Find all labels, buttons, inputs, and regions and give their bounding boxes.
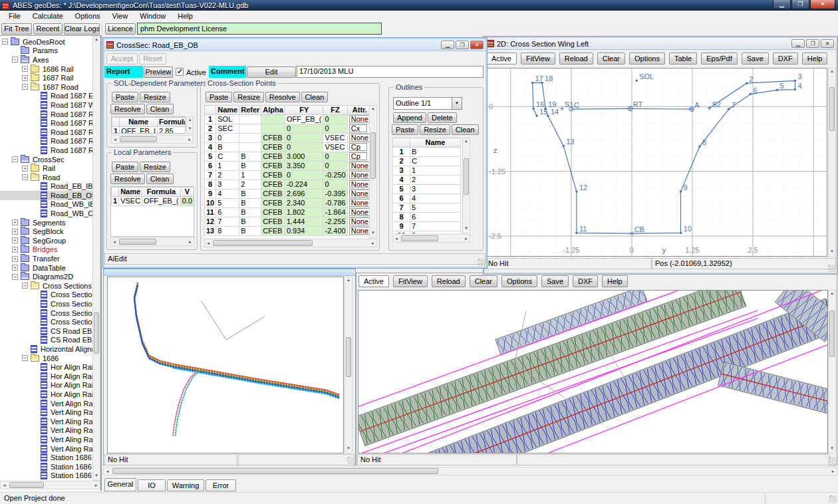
- tree-item-road-wb-ob[interactable]: Road_WB_OB: [0, 209, 92, 218]
- column-header[interactable]: Name: [410, 138, 461, 148]
- column-header[interactable]: Name: [120, 118, 158, 127]
- tree-item-transfer[interactable]: +Transfer: [0, 254, 92, 263]
- tree-expander[interactable]: +: [12, 229, 18, 235]
- clear-button[interactable]: Clear: [597, 53, 625, 64]
- column-header[interactable]: Name: [119, 188, 142, 197]
- crosssec-close-button[interactable]: ✕: [470, 41, 484, 49]
- tree-item-road-wb-ib[interactable]: Road_WB_IB: [0, 200, 92, 209]
- paste-button[interactable]: Paste: [112, 92, 138, 102]
- tree-item-hor-align-rail-16[interactable]: Hor Align Rail 16: [0, 362, 92, 372]
- tree-expander[interactable]: −: [12, 156, 18, 162]
- column-header[interactable]: FY: [285, 106, 323, 115]
- tree-item-road-1687-rd-a[interactable]: Road 1687 RD A: [0, 137, 92, 146]
- main-resize-grip[interactable]: [829, 495, 837, 503]
- active-button[interactable]: Active: [358, 275, 389, 287]
- resize-button[interactable]: Resize: [420, 124, 450, 135]
- cs-points-scrollbar[interactable]: ▴ ▾: [369, 105, 377, 238]
- maximize-button[interactable]: ❐: [791, 0, 809, 9]
- tree-item-geodesroot[interactable]: −GeoDesRoot: [0, 37, 92, 47]
- dxf-button[interactable]: DXF: [773, 53, 798, 64]
- view3d-vertical-scrollbar[interactable]: ▴ ▾: [828, 290, 836, 453]
- view3d-resize-grip[interactable]: [829, 457, 836, 464]
- column-header[interactable]: Refer: [239, 106, 261, 115]
- attr-dropdown[interactable]: None: [349, 217, 369, 225]
- attr-dropdown[interactable]: Cx: [349, 124, 367, 132]
- outlines-hscrollbar[interactable]: ◂ ▸: [392, 234, 470, 243]
- plan-vertical-scrollbar[interactable]: ▴ ▾: [345, 277, 352, 453]
- tree-item-crosssec[interactable]: −CrossSec: [0, 155, 92, 164]
- help-button[interactable]: Help: [802, 53, 828, 64]
- paste-button[interactable]: Paste: [206, 92, 232, 102]
- tree-item-vert-aling-rail-1[interactable]: Vert Aling Rail 1: [0, 408, 92, 417]
- tree-item-1686-rail[interactable]: +1686 Rail: [0, 64, 92, 74]
- tree-item-rail[interactable]: +Rail: [0, 164, 92, 173]
- plot2d-close-button[interactable]: ✕: [821, 39, 834, 48]
- tree-item-vert-aling-rail-1[interactable]: Vert Aling Rail 1: [0, 417, 92, 426]
- tab-io[interactable]: IO: [138, 479, 166, 491]
- menu-view[interactable]: View: [106, 11, 134, 22]
- attr-dropdown[interactable]: None: [349, 162, 369, 170]
- report-label[interactable]: Report: [104, 66, 143, 78]
- tree-item-params[interactable]: Params: [0, 47, 92, 56]
- tree-item-segblock[interactable]: +SegBlock: [0, 227, 92, 236]
- tree-horizontal-scrollbar[interactable]: ◂ ▸: [0, 481, 100, 489]
- sol-params-table[interactable]: NameFormula1OFF_EB_I2.85: [111, 116, 186, 134]
- tab-general[interactable]: General: [104, 478, 136, 491]
- options-button[interactable]: Options: [629, 53, 665, 64]
- tree-item-diagrams2d[interactable]: −Diagrams2D: [0, 272, 92, 281]
- clear-button[interactable]: Clear: [470, 275, 497, 287]
- tree-item-hor-align-rail-16[interactable]: Hor Align Rail 16: [0, 381, 92, 390]
- column-header[interactable]: Formula: [158, 118, 186, 127]
- comment-date-field[interactable]: 17/10/2013 MLU: [297, 66, 484, 78]
- plan-resize-grip[interactable]: [347, 457, 354, 464]
- reload-button[interactable]: Reload: [432, 275, 466, 287]
- tree-item-axes[interactable]: −Axes: [0, 55, 92, 64]
- plot2d-resize-grip[interactable]: [828, 265, 835, 272]
- clean-button[interactable]: Clean: [146, 174, 174, 184]
- resolve-button[interactable]: Resolve: [265, 92, 300, 102]
- paste-button[interactable]: Paste: [392, 124, 418, 135]
- crosssec-resize-grip[interactable]: [478, 259, 485, 266]
- column-header[interactable]: [112, 188, 119, 197]
- view3d-canvas[interactable]: [358, 290, 828, 453]
- attr-dropdown[interactable]: None: [349, 208, 369, 216]
- tree-item-cross-section-st[interactable]: Cross Section St: [0, 309, 92, 318]
- crosssec-minimize-button[interactable]: ▁: [441, 41, 454, 49]
- tree-item-cs-road-eb-ib[interactable]: CS Road EB IB: [0, 326, 92, 336]
- tree-item-road-1687-re-a[interactable]: Road 1687 RE A: [0, 146, 92, 155]
- tree-item-vert-aling-rail-1[interactable]: Vert Aling Rail 1: [0, 444, 92, 453]
- tree-expander[interactable]: +: [22, 75, 28, 81]
- attr-dropdown[interactable]: Cp: [349, 152, 367, 160]
- menu-calculate[interactable]: Calculate: [27, 11, 69, 22]
- project-tree[interactable]: −GeoDesRootParams−Axes+1686 Rail+1687 Ra…: [0, 37, 92, 481]
- column-header[interactable]: V: [180, 188, 194, 197]
- tree-expander[interactable]: −: [2, 39, 8, 45]
- column-header[interactable]: Alpha: [261, 106, 285, 115]
- tree-item-bridges[interactable]: +Bridges: [0, 245, 92, 255]
- attr-dropdown[interactable]: None: [349, 227, 369, 235]
- attr-dropdown[interactable]: Cp: [349, 143, 367, 151]
- mdi-horizontal-scrollbar[interactable]: ◂ ▸: [103, 467, 837, 475]
- recent-button[interactable]: Recent: [33, 23, 63, 35]
- sol-params-hscrollbar[interactable]: ◂ ▸: [111, 135, 194, 144]
- tree-item-hor-align-rail-16[interactable]: Hor Align Rail 16: [0, 390, 92, 399]
- paste-button[interactable]: Paste: [112, 162, 138, 172]
- reload-button[interactable]: Reload: [559, 53, 593, 64]
- tree-expander[interactable]: −: [22, 283, 28, 289]
- tree-item-station-1686-eb2[interactable]: Station 1686 EB2: [0, 462, 92, 471]
- active-checkbox[interactable]: [176, 68, 184, 76]
- tree-item-1687-road[interactable]: −1687 Road: [0, 82, 92, 92]
- tree-item-cross-sections[interactable]: −Cross Sections: [0, 281, 92, 291]
- table-button[interactable]: Table: [669, 53, 697, 64]
- tree-expander[interactable]: +: [12, 256, 18, 262]
- resize-button[interactable]: Resize: [140, 92, 170, 102]
- tree-expander[interactable]: +: [22, 66, 28, 72]
- tree-item-segments[interactable]: +Segments: [0, 218, 92, 227]
- tree-item-vert-aling-rail-1[interactable]: Vert Aling Rail 1: [0, 426, 92, 436]
- plot2d-canvas[interactable]: SOL171816191514131211CB1098765432S1CRTAS…: [486, 68, 827, 257]
- tree-item-hor-align-rail-16[interactable]: Hor Align Rail 16: [0, 372, 92, 381]
- tree-item-road-1687-rb-a[interactable]: Road 1687 RB A: [0, 118, 92, 128]
- column-header[interactable]: [393, 138, 410, 148]
- clean-button[interactable]: Clean: [301, 92, 329, 102]
- menu-help[interactable]: Help: [172, 11, 199, 22]
